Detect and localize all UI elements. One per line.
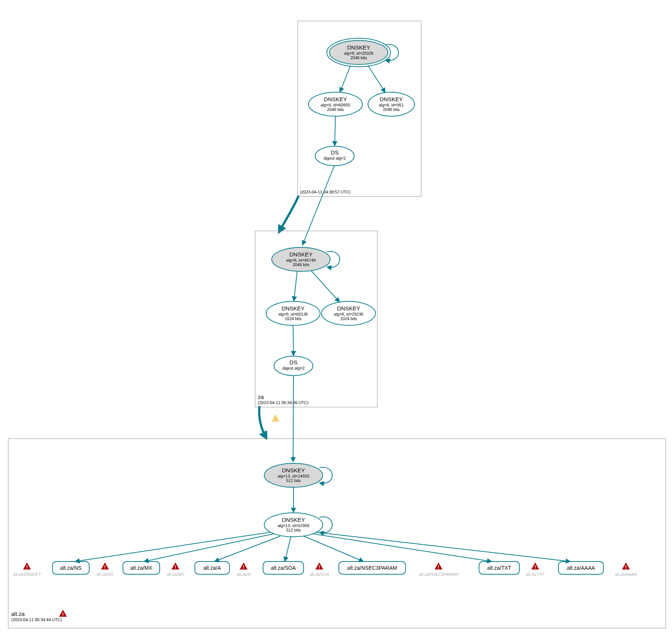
svg-text:alg=8, id=951: alg=8, id=951 xyxy=(379,103,404,107)
record-mx: alt.za/MX xyxy=(123,562,160,574)
svg-text:512 bits: 512 bits xyxy=(286,528,301,532)
svg-text:alt.za/A: alt.za/A xyxy=(237,572,251,577)
edge-root-ds-to-za-ksk xyxy=(302,166,334,245)
node-za-zsk2: DNSKEY alg=8, id=29236 1024 bits xyxy=(322,301,376,325)
svg-text:alg=8, id=60136: alg=8, id=60136 xyxy=(278,312,308,316)
svg-text:digest alg=2: digest alg=2 xyxy=(282,366,305,370)
svg-text:alt.za/A: alt.za/A xyxy=(204,565,221,571)
svg-text:alt.za/NS: alt.za/NS xyxy=(60,565,82,571)
svg-text:DNSKEY: DNSKEY xyxy=(281,305,305,312)
node-za-ds: DS digest alg=2 xyxy=(274,356,313,376)
error-icon xyxy=(59,610,67,617)
error-icon xyxy=(316,563,323,570)
zone-altza: alt.za (2023-04-11 05:34:44 UTC) DNSKEY … xyxy=(8,439,666,628)
svg-text:DS: DS xyxy=(290,359,298,365)
error-icon xyxy=(240,563,247,570)
edge-za-to-altza-zone xyxy=(259,407,266,438)
dnssec-diagram: ! ! . (2023-04-11 04:38:57 UTC) DNSKEY a… xyxy=(0,0,672,635)
svg-text:alt.za/AAAA: alt.za/AAAA xyxy=(615,572,637,577)
zone-za-label: za xyxy=(258,394,264,400)
record-txt: alt.za/TXT xyxy=(479,562,519,574)
svg-text:alg=13, id=52956: alg=13, id=52956 xyxy=(277,523,309,528)
record-ns: alt.za/NS xyxy=(52,562,89,574)
record-a: alt.za/A xyxy=(195,562,229,574)
svg-text:alt.za/NSEC3PARAM: alt.za/NSEC3PARAM xyxy=(347,565,397,571)
zone-root-time: (2023-04-11 04:38:57 UTC) xyxy=(300,190,350,194)
svg-text:2048 bits: 2048 bits xyxy=(350,55,367,60)
svg-text:alg=13, id=14555: alg=13, id=14555 xyxy=(277,474,309,478)
svg-text:alg=8, id=60955: alg=8, id=60955 xyxy=(321,103,350,107)
svg-text:alt.za/TXT: alt.za/TXT xyxy=(526,572,545,577)
edge-za-ds-to-altza-ksk xyxy=(293,376,293,462)
svg-text:2048 bits: 2048 bits xyxy=(293,262,310,267)
svg-text:alt.za/TXT: alt.za/TXT xyxy=(487,565,511,571)
zone-altza-label: alt.za xyxy=(11,611,25,617)
node-za-ksk: DNSKEY alg=8, id=45749 2048 bits xyxy=(272,247,340,271)
svg-text:DNSKEY: DNSKEY xyxy=(324,96,347,102)
zone-za-time: (2023-04-11 05:34:36 UTC) xyxy=(258,400,308,405)
record-nsec3param: alt.za/NSEC3PARAM xyxy=(339,562,406,574)
greyed-dnskey: alt.za/DNSKEY xyxy=(13,572,41,577)
svg-text:alt.za/SOA: alt.za/SOA xyxy=(310,572,329,577)
svg-text:alg=8, id=29236: alg=8, id=29236 xyxy=(334,312,364,316)
node-za-zsk1: DNSKEY alg=8, id=60136 1024 bits xyxy=(266,301,320,325)
zone-root-label: . xyxy=(300,183,301,189)
node-root-zsk1: DNSKEY alg=8, id=60955 2048 bits xyxy=(308,92,362,116)
svg-text:DNSKEY: DNSKEY xyxy=(337,305,360,312)
svg-text:DNSKEY: DNSKEY xyxy=(347,44,370,51)
warning-icon xyxy=(272,415,279,422)
svg-text:2048 bits: 2048 bits xyxy=(383,107,400,112)
node-root-ds: DS digest alg=2 xyxy=(315,146,354,166)
zone-za: za (2023-04-11 05:34:36 UTC) DNSKEY alg=… xyxy=(255,231,377,407)
svg-text:1024 bits: 1024 bits xyxy=(285,316,302,321)
svg-text:alt.za/MX: alt.za/MX xyxy=(167,572,184,577)
svg-text:DNSKEY: DNSKEY xyxy=(282,467,305,473)
svg-text:1024 bits: 1024 bits xyxy=(340,316,357,321)
node-altza-ksk: DNSKEY alg=13, id=14555 512 bits xyxy=(264,463,332,487)
record-aaaa: alt.za/AAAA xyxy=(558,562,603,574)
edge-root-to-za-zone xyxy=(279,196,298,232)
svg-text:512 bits: 512 bits xyxy=(286,478,301,483)
svg-text:digest alg=2: digest alg=2 xyxy=(323,156,346,160)
svg-text:alt.za/NSEC3PARAM: alt.za/NSEC3PARAM xyxy=(419,572,458,577)
error-icon xyxy=(172,563,179,570)
svg-text:DNSKEY: DNSKEY xyxy=(380,96,403,102)
error-icon xyxy=(101,563,109,570)
svg-text:alg=8, id=45749: alg=8, id=45749 xyxy=(286,258,316,262)
zone-root: . (2023-04-11 04:38:57 UTC) DNSKEY alg=8… xyxy=(298,21,421,196)
svg-text:alt.za/NS: alt.za/NS xyxy=(97,572,114,577)
record-soa: alt.za/SOA xyxy=(263,562,304,574)
svg-text:alg=8, id=20326: alg=8, id=20326 xyxy=(344,51,374,55)
node-root-ksk: DNSKEY alg=8, id=20326 2048 bits xyxy=(327,38,398,67)
svg-text:DNSKEY: DNSKEY xyxy=(289,251,313,258)
svg-rect-35 xyxy=(8,439,666,628)
error-icon xyxy=(23,563,31,570)
svg-text:alt.za/MX: alt.za/MX xyxy=(130,565,153,571)
zone-altza-time: (2023-04-11 05:34:44 UTC) xyxy=(11,617,62,622)
svg-text:alt.za/SOA: alt.za/SOA xyxy=(271,565,296,571)
error-icon xyxy=(435,563,442,570)
svg-text:2048 bits: 2048 bits xyxy=(327,107,344,112)
svg-text:DS: DS xyxy=(331,149,339,156)
svg-text:alt.za/AAAA: alt.za/AAAA xyxy=(567,565,595,571)
node-root-zsk2: DNSKEY alg=8, id=951 2048 bits xyxy=(368,92,415,116)
error-icon xyxy=(622,563,630,570)
svg-text:DNSKEY: DNSKEY xyxy=(282,517,305,523)
error-icon xyxy=(531,563,539,570)
